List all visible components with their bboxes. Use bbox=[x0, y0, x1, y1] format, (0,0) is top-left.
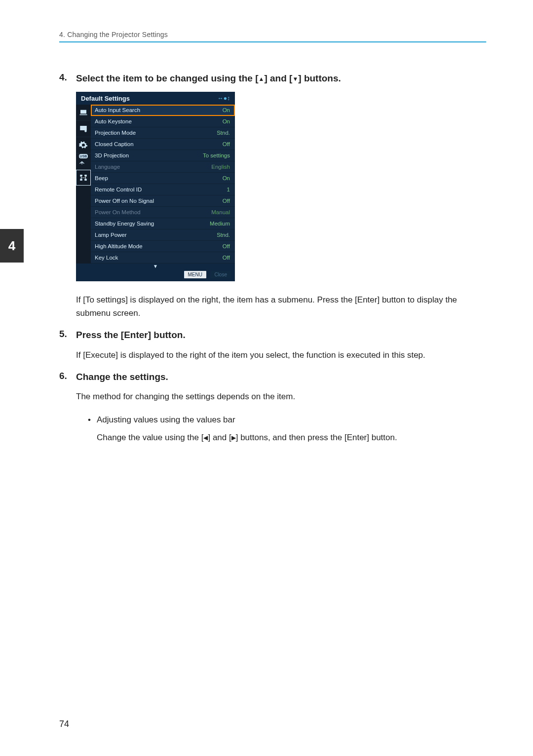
osd-row-value: To settings bbox=[203, 152, 230, 158]
step-6-number: 6. bbox=[59, 371, 76, 381]
osd-category-tabs: USB bbox=[76, 105, 91, 264]
step-4-description: If [To settings] is displayed on the rig… bbox=[76, 293, 486, 320]
image-tab-icon[interactable] bbox=[76, 105, 91, 121]
osd-row-value: Medium bbox=[210, 221, 230, 227]
right-triangle-icon: ▶ bbox=[231, 434, 236, 441]
osd-row[interactable]: Auto Input SearchOn bbox=[91, 105, 235, 116]
osd-row-value: Off bbox=[223, 255, 230, 261]
osd-row-value: Manual bbox=[211, 209, 230, 215]
step-5-number: 5. bbox=[59, 329, 76, 340]
osd-row-label: Closed Caption bbox=[95, 141, 134, 147]
osd-row[interactable]: Power Off on No SignalOff bbox=[91, 195, 235, 207]
running-header: 4. Changing the Projector Settings bbox=[59, 31, 486, 38]
network-tab-icon[interactable] bbox=[76, 170, 91, 186]
osd-row[interactable]: BeepOn bbox=[91, 173, 235, 184]
osd-title-text: Default Settings bbox=[81, 95, 130, 102]
osd-row-value: Off bbox=[223, 243, 230, 249]
osd-row-label: Auto Keystone bbox=[95, 118, 132, 124]
osd-row-label: Standby Energy Saving bbox=[95, 221, 154, 227]
usb-tab-icon[interactable]: USB bbox=[76, 153, 91, 170]
osd-row-label: High Altitude Mode bbox=[95, 243, 143, 249]
down-triangle-icon: ▼ bbox=[292, 76, 298, 82]
osd-row-label: Key Lock bbox=[95, 255, 118, 261]
step-6-sub: Change the value using the [◀] and [▶] b… bbox=[97, 430, 486, 446]
osd-row[interactable]: High Altitude ModeOff bbox=[91, 241, 235, 252]
settings-tab-icon[interactable] bbox=[76, 137, 91, 153]
osd-row[interactable]: Power On MethodManual bbox=[91, 207, 235, 218]
osd-row-value: Stnd. bbox=[217, 232, 230, 238]
osd-menu-figure: Default Settings ↔●↕ USB bbox=[76, 92, 235, 281]
osd-row[interactable]: Lamp PowerStnd. bbox=[91, 229, 235, 241]
osd-row-value: On bbox=[223, 175, 230, 181]
osd-row-value: On bbox=[223, 107, 230, 113]
svg-rect-4 bbox=[84, 179, 87, 181]
svg-rect-1 bbox=[80, 175, 82, 177]
osd-row[interactable]: Projection ModeStnd. bbox=[91, 127, 235, 139]
step-4-title: Select the item to be changed using the … bbox=[76, 72, 486, 85]
osd-row[interactable]: 3D ProjectionTo settings bbox=[91, 150, 235, 161]
step-5-title: Press the [Enter] button. bbox=[76, 329, 486, 341]
up-triangle-icon: ▲ bbox=[259, 76, 265, 82]
svg-point-0 bbox=[84, 130, 87, 132]
header-rule bbox=[59, 41, 486, 42]
osd-row-value: On bbox=[223, 118, 230, 124]
osd-row[interactable]: Auto KeystoneOn bbox=[91, 116, 235, 127]
osd-close-button[interactable]: Close bbox=[210, 271, 231, 278]
osd-row-label: 3D Projection bbox=[95, 152, 129, 158]
osd-row-label: Lamp Power bbox=[95, 232, 127, 238]
osd-row-value: English bbox=[211, 164, 230, 170]
chapter-tab: 4 bbox=[0, 229, 24, 263]
osd-row-value: Off bbox=[223, 141, 230, 147]
osd-row[interactable]: Key LockOff bbox=[91, 252, 235, 264]
dpad-hint-icon: ↔●↕ bbox=[218, 95, 230, 102]
osd-row-label: Remote Control ID bbox=[95, 187, 142, 192]
step-5-description: If [Execute] is displayed to the right o… bbox=[76, 348, 486, 362]
osd-row[interactable]: LanguageEnglish bbox=[91, 161, 235, 173]
osd-row-value: Off bbox=[223, 198, 230, 204]
osd-row-label: Auto Input Search bbox=[95, 107, 140, 113]
step-6-title: Change the settings. bbox=[76, 371, 486, 383]
osd-title-bar: Default Settings ↔●↕ bbox=[76, 92, 235, 105]
step-6-bullet: •Adjusting values using the values bar bbox=[88, 413, 486, 428]
osd-row-label: Power Off on No Signal bbox=[95, 198, 154, 204]
osd-menu-button[interactable]: MENU bbox=[184, 271, 206, 278]
osd-row[interactable]: Closed CaptionOff bbox=[91, 139, 235, 150]
step-6-description: The method for changing the settings dep… bbox=[76, 390, 486, 403]
scroll-down-icon: ▼ bbox=[80, 265, 231, 268]
osd-row-value: 1 bbox=[227, 187, 230, 192]
svg-rect-2 bbox=[84, 175, 87, 177]
osd-row-label: Beep bbox=[95, 175, 108, 181]
osd-row-label: Projection Mode bbox=[95, 130, 136, 136]
display-tab-icon[interactable] bbox=[76, 121, 91, 137]
svg-rect-3 bbox=[80, 179, 82, 181]
osd-row[interactable]: Standby Energy SavingMedium bbox=[91, 218, 235, 229]
osd-row-label: Language bbox=[95, 164, 120, 170]
osd-item-list: Auto Input SearchOnAuto KeystoneOnProjec… bbox=[91, 105, 235, 264]
osd-row-label: Power On Method bbox=[95, 209, 141, 215]
page-number: 74 bbox=[59, 719, 69, 729]
osd-footer: ▼ MENU Close bbox=[76, 264, 235, 281]
osd-row-value: Stnd. bbox=[217, 130, 230, 136]
usb-badge: USB bbox=[79, 154, 88, 158]
bullet-dot-icon: • bbox=[88, 413, 97, 428]
step-4-number: 4. bbox=[59, 72, 76, 83]
left-triangle-icon: ◀ bbox=[203, 434, 208, 441]
osd-row[interactable]: Remote Control ID1 bbox=[91, 184, 235, 195]
